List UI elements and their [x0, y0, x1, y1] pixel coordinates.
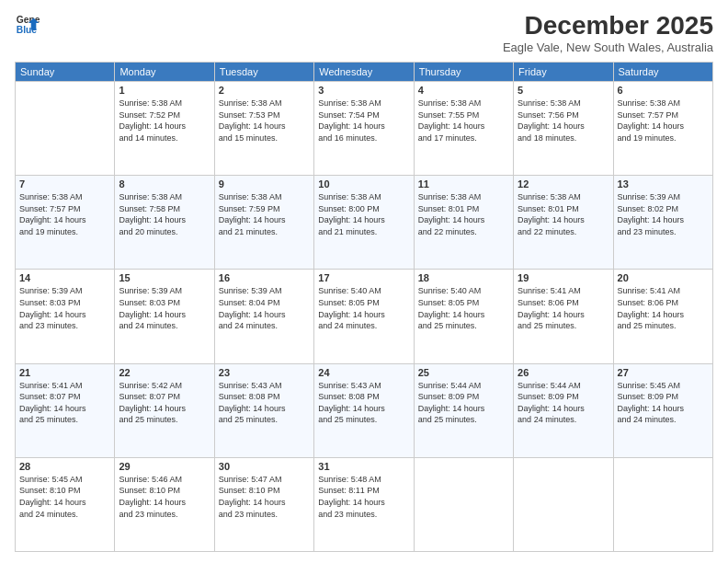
table-row: [514, 457, 613, 551]
day-number: 6: [618, 85, 709, 96]
day-number: 9: [219, 178, 310, 190]
day-info: Sunrise: 5:47 AMSunset: 8:10 PMDaylight:…: [219, 474, 310, 520]
day-info: Sunrise: 5:38 AMSunset: 7:56 PMDaylight:…: [518, 98, 609, 144]
day-info: Sunrise: 5:48 AMSunset: 8:11 PMDaylight:…: [318, 474, 409, 520]
day-info: Sunrise: 5:38 AMSunset: 8:00 PMDaylight:…: [318, 191, 409, 237]
table-row: 8Sunrise: 5:38 AMSunset: 7:58 PMDaylight…: [115, 176, 214, 270]
table-row: 6Sunrise: 5:38 AMSunset: 7:57 PMDaylight…: [613, 82, 712, 176]
table-row: 30Sunrise: 5:47 AMSunset: 8:10 PMDayligh…: [214, 457, 313, 551]
day-number: 20: [618, 272, 709, 283]
table-row: 23Sunrise: 5:43 AMSunset: 8:08 PMDayligh…: [214, 363, 313, 457]
day-info: Sunrise: 5:41 AMSunset: 8:06 PMDaylight:…: [518, 285, 609, 331]
calendar: Sunday Monday Tuesday Wednesday Thursday…: [15, 62, 713, 552]
logo-icon: General Blue: [15, 11, 40, 37]
svg-text:General: General: [17, 15, 40, 25]
table-row: 21Sunrise: 5:41 AMSunset: 8:07 PMDayligh…: [16, 363, 115, 457]
day-info: Sunrise: 5:38 AMSunset: 7:52 PMDaylight:…: [119, 98, 210, 144]
title-block: December 2025 Eagle Vale, New South Wale…: [503, 11, 713, 54]
day-number: 19: [518, 272, 609, 283]
table-row: 22Sunrise: 5:42 AMSunset: 8:07 PMDayligh…: [115, 363, 214, 457]
table-row: 28Sunrise: 5:45 AMSunset: 8:10 PMDayligh…: [16, 457, 115, 551]
day-number: 5: [518, 85, 609, 96]
header-thursday: Thursday: [414, 63, 513, 82]
day-number: 27: [618, 367, 709, 378]
calendar-week-row: 1Sunrise: 5:38 AMSunset: 7:52 PMDaylight…: [16, 82, 713, 176]
table-row: 18Sunrise: 5:40 AMSunset: 8:05 PMDayligh…: [414, 270, 513, 363]
table-row: 16Sunrise: 5:39 AMSunset: 8:04 PMDayligh…: [214, 270, 313, 363]
table-row: [16, 82, 115, 176]
table-row: 4Sunrise: 5:38 AMSunset: 7:55 PMDaylight…: [414, 82, 513, 176]
day-info: Sunrise: 5:41 AMSunset: 8:06 PMDaylight:…: [618, 285, 709, 331]
header-friday: Friday: [514, 63, 613, 82]
table-row: 20Sunrise: 5:41 AMSunset: 8:06 PMDayligh…: [613, 270, 712, 363]
day-number: 30: [219, 461, 310, 472]
table-row: 7Sunrise: 5:38 AMSunset: 7:57 PMDaylight…: [16, 176, 115, 270]
table-row: 15Sunrise: 5:39 AMSunset: 8:03 PMDayligh…: [115, 270, 214, 363]
day-number: 16: [219, 272, 310, 283]
table-row: 13Sunrise: 5:39 AMSunset: 8:02 PMDayligh…: [613, 176, 712, 270]
day-number: 17: [318, 272, 409, 283]
day-info: Sunrise: 5:38 AMSunset: 7:57 PMDaylight:…: [618, 98, 709, 144]
day-number: 13: [618, 178, 709, 190]
table-row: 25Sunrise: 5:44 AMSunset: 8:09 PMDayligh…: [414, 363, 513, 457]
day-info: Sunrise: 5:38 AMSunset: 8:01 PMDaylight:…: [418, 191, 509, 237]
day-number: 11: [418, 178, 509, 190]
table-row: 10Sunrise: 5:38 AMSunset: 8:00 PMDayligh…: [314, 176, 414, 270]
day-info: Sunrise: 5:39 AMSunset: 8:02 PMDaylight:…: [618, 191, 709, 237]
table-row: 2Sunrise: 5:38 AMSunset: 7:53 PMDaylight…: [214, 82, 313, 176]
day-info: Sunrise: 5:39 AMSunset: 8:03 PMDaylight:…: [119, 285, 210, 331]
header-tuesday: Tuesday: [214, 63, 313, 82]
calendar-header-row: Sunday Monday Tuesday Wednesday Thursday…: [16, 63, 713, 82]
day-info: Sunrise: 5:45 AMSunset: 8:10 PMDaylight:…: [19, 474, 110, 520]
table-row: 5Sunrise: 5:38 AMSunset: 7:56 PMDaylight…: [514, 82, 613, 176]
day-number: 2: [219, 85, 310, 96]
day-number: 18: [418, 272, 509, 283]
day-info: Sunrise: 5:39 AMSunset: 8:04 PMDaylight:…: [219, 285, 310, 331]
table-row: [613, 457, 712, 551]
table-row: 26Sunrise: 5:44 AMSunset: 8:09 PMDayligh…: [514, 363, 613, 457]
day-number: 28: [19, 461, 110, 472]
table-row: 31Sunrise: 5:48 AMSunset: 8:11 PMDayligh…: [314, 457, 414, 551]
table-row: 27Sunrise: 5:45 AMSunset: 8:09 PMDayligh…: [613, 363, 712, 457]
logo: General Blue: [15, 11, 40, 37]
table-row: 3Sunrise: 5:38 AMSunset: 7:54 PMDaylight…: [314, 82, 414, 176]
day-number: 15: [119, 272, 210, 283]
table-row: 12Sunrise: 5:38 AMSunset: 8:01 PMDayligh…: [514, 176, 613, 270]
day-number: 21: [19, 367, 110, 378]
day-info: Sunrise: 5:43 AMSunset: 8:08 PMDaylight:…: [219, 380, 310, 426]
day-number: 29: [119, 461, 210, 472]
day-info: Sunrise: 5:38 AMSunset: 7:59 PMDaylight:…: [219, 191, 310, 237]
day-number: 24: [318, 367, 409, 378]
table-row: 11Sunrise: 5:38 AMSunset: 8:01 PMDayligh…: [414, 176, 513, 270]
day-info: Sunrise: 5:39 AMSunset: 8:03 PMDaylight:…: [19, 285, 110, 331]
header-saturday: Saturday: [613, 63, 712, 82]
day-number: 23: [219, 367, 310, 378]
day-info: Sunrise: 5:40 AMSunset: 8:05 PMDaylight:…: [418, 285, 509, 331]
header: General Blue December 2025 Eagle Vale, N…: [15, 11, 713, 54]
calendar-week-row: 7Sunrise: 5:38 AMSunset: 7:57 PMDaylight…: [16, 176, 713, 270]
day-number: 4: [418, 85, 509, 96]
header-wednesday: Wednesday: [314, 63, 414, 82]
day-info: Sunrise: 5:45 AMSunset: 8:09 PMDaylight:…: [618, 380, 709, 426]
day-info: Sunrise: 5:38 AMSunset: 7:58 PMDaylight:…: [119, 191, 210, 237]
table-row: 19Sunrise: 5:41 AMSunset: 8:06 PMDayligh…: [514, 270, 613, 363]
header-sunday: Sunday: [16, 63, 115, 82]
day-info: Sunrise: 5:44 AMSunset: 8:09 PMDaylight:…: [418, 380, 509, 426]
day-info: Sunrise: 5:38 AMSunset: 7:54 PMDaylight:…: [318, 98, 409, 144]
location: Eagle Vale, New South Wales, Australia: [503, 40, 713, 54]
table-row: 17Sunrise: 5:40 AMSunset: 8:05 PMDayligh…: [314, 270, 414, 363]
day-number: 10: [318, 178, 409, 190]
calendar-week-row: 21Sunrise: 5:41 AMSunset: 8:07 PMDayligh…: [16, 363, 713, 457]
month-title: December 2025: [503, 11, 713, 40]
table-row: [414, 457, 513, 551]
day-info: Sunrise: 5:44 AMSunset: 8:09 PMDaylight:…: [518, 380, 609, 426]
day-number: 25: [418, 367, 509, 378]
day-number: 12: [518, 178, 609, 190]
table-row: 14Sunrise: 5:39 AMSunset: 8:03 PMDayligh…: [16, 270, 115, 363]
header-monday: Monday: [115, 63, 214, 82]
day-info: Sunrise: 5:38 AMSunset: 7:57 PMDaylight:…: [19, 191, 110, 237]
day-info: Sunrise: 5:40 AMSunset: 8:05 PMDaylight:…: [318, 285, 409, 331]
day-number: 1: [119, 85, 210, 96]
day-number: 31: [318, 461, 409, 472]
table-row: 24Sunrise: 5:43 AMSunset: 8:08 PMDayligh…: [314, 363, 414, 457]
